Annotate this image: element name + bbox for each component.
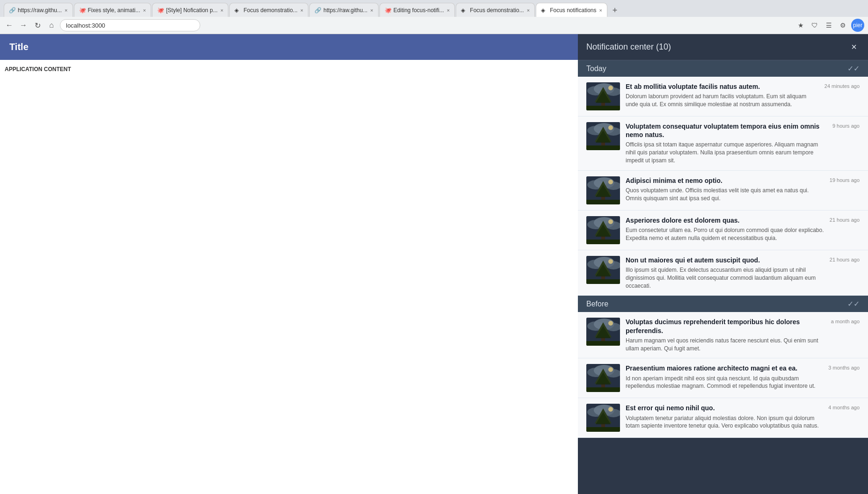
- notification-item-body: Harum magnam vel quos reiciendis natus f…: [626, 337, 825, 353]
- notification-item-n5[interactable]: Non ut maiores qui et autem suscipit quo…: [578, 250, 868, 296]
- svg-rect-79: [586, 427, 620, 432]
- notification-item-body: Officiis ipsa sit totam itaque aspernatu…: [626, 141, 827, 164]
- section-check-before[interactable]: ✓✓: [847, 299, 860, 308]
- notification-item-n3[interactable]: Adipisci minima et nemo optio. Quos volu…: [578, 171, 868, 211]
- tab-close-button[interactable]: ×: [143, 7, 146, 13]
- notification-time: 21 hours ago: [830, 217, 860, 223]
- svg-point-65: [608, 367, 613, 372]
- tab-label: https://raw.githu...: [18, 7, 62, 14]
- browser-tab-tab3[interactable]: 🐙 [Style] Nofication p... ×: [152, 3, 229, 17]
- app-content: APPLICATION CONTENT: [0, 60, 578, 494]
- notification-thumbnail: [586, 216, 620, 244]
- tab-favicon: 🔗: [9, 7, 15, 14]
- svg-point-5: [608, 86, 613, 90]
- address-input[interactable]: [60, 19, 200, 31]
- notification-item-n7[interactable]: Praesentium maiores ratione architecto m…: [578, 358, 868, 398]
- notification-item-body: Eum consectetur ullam ea. Porro ut qui d…: [626, 226, 824, 242]
- svg-point-45: [608, 259, 613, 264]
- home-button[interactable]: ⌂: [46, 20, 57, 31]
- notification-item-body: Voluptatem tenetur pariatur aliquid mole…: [626, 414, 823, 430]
- tab-label: Focus notifications: [550, 7, 596, 14]
- notification-thumbnail: [586, 122, 620, 150]
- tab-favicon: ◈: [541, 7, 547, 14]
- svg-rect-59: [586, 341, 620, 346]
- svg-rect-19: [586, 145, 620, 150]
- svg-point-55: [608, 321, 613, 326]
- notification-time: 21 hours ago: [830, 257, 860, 262]
- tab-label: https://raw.githu...: [323, 7, 367, 14]
- notification-item-n8[interactable]: Est error qui nemo nihil quo. Voluptatem…: [578, 398, 868, 438]
- notification-content: Asperiores dolore est dolorem quas. Eum …: [626, 216, 824, 242]
- notification-content: Adipisci minima et nemo optio. Quos volu…: [626, 176, 824, 203]
- section-check-today[interactable]: ✓✓: [847, 64, 860, 73]
- new-tab-button[interactable]: +: [608, 4, 621, 17]
- tab-close-button[interactable]: ×: [220, 7, 223, 13]
- tab-label: Editing focus-notifi...: [394, 7, 444, 14]
- app-title: Title: [9, 42, 29, 52]
- notification-item-title: Voluptas ducimus reprehenderit temporibu…: [626, 318, 825, 334]
- tab-close-button[interactable]: ×: [370, 7, 373, 13]
- notification-thumbnail: [586, 404, 620, 432]
- notification-content: Praesentium maiores ratione architecto m…: [626, 364, 823, 390]
- browser-tab-tab5[interactable]: 🔗 https://raw.githu... ×: [309, 3, 379, 17]
- notification-item-n2[interactable]: Voluptatem consequatur voluptatem tempor…: [578, 116, 868, 171]
- browser-tab-tab2[interactable]: 🐙 Fixes style, animati... ×: [74, 3, 151, 17]
- tab-close-button[interactable]: ×: [527, 7, 530, 13]
- extensions-button[interactable]: ☰: [823, 20, 834, 31]
- notification-item-body: Quos voluptatem unde. Officiis molestias…: [626, 187, 824, 203]
- tab-favicon: ◈: [461, 7, 467, 14]
- shield-button[interactable]: 🛡: [809, 20, 820, 31]
- notification-item-body: Dolorum laborum provident ad harum facil…: [626, 93, 819, 109]
- tab-favicon: 🐙: [385, 7, 391, 14]
- tab-favicon: 🐙: [79, 7, 86, 14]
- browser-tab-tab4[interactable]: ◈ Focus demonstratio... ×: [229, 3, 308, 17]
- notification-item-title: Non ut maiores qui et autem suscipit quo…: [626, 256, 824, 264]
- tab-close-button[interactable]: ×: [300, 7, 303, 13]
- browser-tab-tab1[interactable]: 🔗 https://raw.githu... ×: [4, 3, 73, 17]
- notification-thumbnail: [586, 82, 620, 110]
- browser-tab-tab8[interactable]: ◈ Focus notifications ×: [536, 3, 607, 17]
- tab-close-button[interactable]: ×: [599, 7, 602, 13]
- tab-favicon: ◈: [234, 7, 241, 14]
- notification-item-n6[interactable]: Voluptas ducimus reprehenderit temporibu…: [578, 312, 868, 358]
- notification-time: 24 minutes ago: [824, 83, 860, 89]
- notification-content: Voluptas ducimus reprehenderit temporibu…: [626, 318, 825, 352]
- svg-rect-39: [586, 240, 620, 244]
- notification-content: Est error qui nemo nihil quo. Voluptatem…: [626, 404, 823, 430]
- section-label-today: Today: [586, 65, 606, 73]
- notification-content: Et ab mollitia voluptate facilis natus a…: [626, 82, 819, 109]
- bookmark-button[interactable]: ★: [795, 20, 806, 31]
- notification-item-title: Est error qui nemo nihil quo.: [626, 404, 823, 412]
- notification-time: 3 months ago: [828, 365, 860, 370]
- forward-button[interactable]: →: [18, 20, 29, 31]
- tab-favicon: 🔗: [314, 7, 321, 14]
- reload-button[interactable]: ↻: [32, 20, 43, 31]
- tab-close-button[interactable]: ×: [65, 7, 67, 13]
- svg-rect-9: [586, 106, 620, 110]
- notification-body: Today ✓✓ Et ab mollitia voluptate facili…: [578, 60, 868, 494]
- notification-panel: Notification center (10) × Today ✓✓: [578, 34, 868, 494]
- browser-tab-tab6[interactable]: 🐙 Editing focus-notifi... ×: [379, 3, 455, 17]
- notification-item-title: Voluptatem consequatur voluptatem tempor…: [626, 122, 827, 139]
- address-bar-row: ← → ↻ ⌂ ★ 🛡 ☰ ⚙ pier: [0, 17, 868, 34]
- settings-button[interactable]: ⚙: [837, 20, 848, 31]
- tab-close-button[interactable]: ×: [447, 7, 450, 13]
- tab-label: Focus demonstratio...: [243, 7, 297, 14]
- notification-item-n1[interactable]: Et ab mollitia voluptate facilis natus a…: [578, 77, 868, 116]
- notification-time: 9 hours ago: [832, 123, 860, 129]
- notification-item-body: Illo ipsum sit quidem. Ex delectus accus…: [626, 266, 824, 290]
- app-content-label: APPLICATION CONTENT: [5, 66, 71, 73]
- browser-tab-tab7[interactable]: ◈ Focus demonstratio... ×: [456, 3, 535, 17]
- app-header: Title: [0, 34, 578, 60]
- notification-item-n4[interactable]: Asperiores dolore est dolorem quas. Eum …: [578, 211, 868, 250]
- svg-rect-69: [586, 387, 620, 392]
- back-button[interactable]: ←: [4, 20, 15, 31]
- notification-item-title: Asperiores dolore est dolorem quas.: [626, 216, 824, 225]
- profile-button[interactable]: pier: [851, 19, 864, 32]
- tab-label: Focus demonstratio...: [470, 7, 524, 14]
- section-header-before: Before ✓✓: [578, 296, 868, 312]
- tab-label: [Style] Nofication p...: [166, 7, 218, 14]
- notification-time: a month ago: [831, 319, 860, 324]
- notification-close-button[interactable]: ×: [848, 41, 860, 53]
- main-app: Title APPLICATION CONTENT: [0, 34, 578, 494]
